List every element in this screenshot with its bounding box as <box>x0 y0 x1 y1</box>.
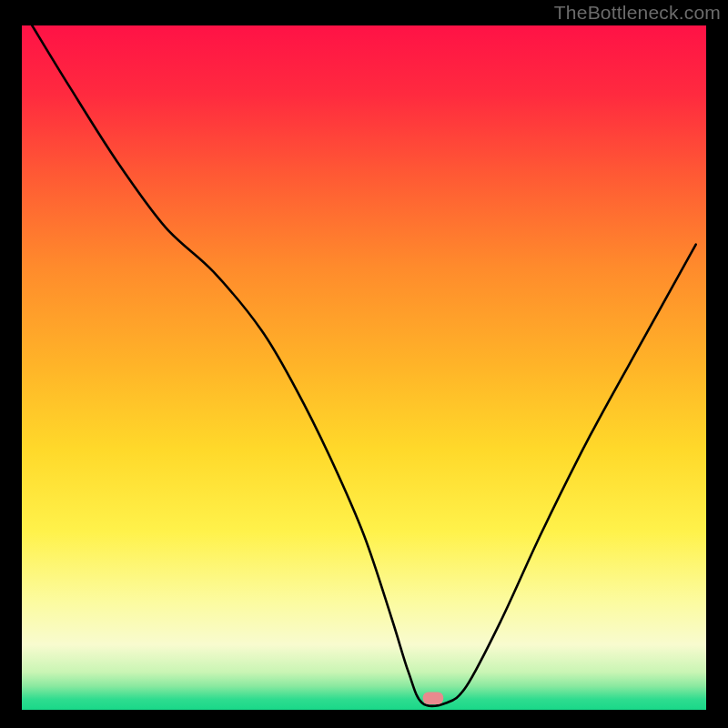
plot-svg <box>22 25 706 710</box>
chart-frame: TheBottleneck.com <box>0 0 728 728</box>
gradient-background <box>22 25 706 710</box>
optimum-marker <box>423 692 444 704</box>
plot-area <box>22 25 706 710</box>
watermark-text: TheBottleneck.com <box>554 2 721 24</box>
